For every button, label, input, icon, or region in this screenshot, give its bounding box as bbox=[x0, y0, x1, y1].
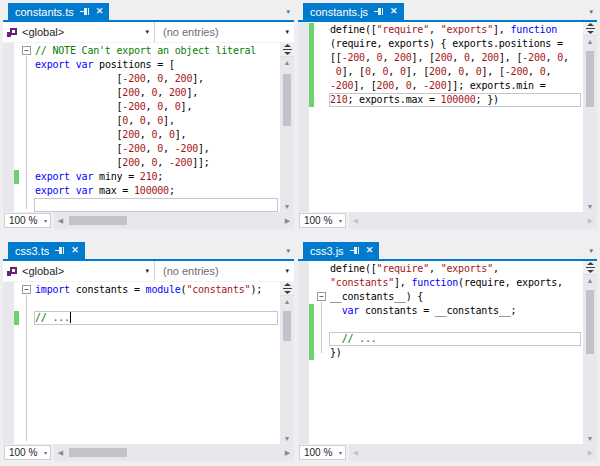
tab-list-dropdown-icon[interactable]: ▾ bbox=[589, 247, 597, 255]
pin-icon[interactable] bbox=[350, 246, 360, 255]
close-icon[interactable]: ✕ bbox=[390, 7, 398, 16]
vertical-scrollbar[interactable]: ▲▼ bbox=[280, 282, 294, 444]
tab-css3-js[interactable]: css3.js✕ bbox=[303, 242, 379, 259]
hscroll-track[interactable] bbox=[362, 448, 584, 457]
scroll-left-icon[interactable]: ◀ bbox=[54, 449, 67, 457]
code-line[interactable]: define(["require", "exports"], function bbox=[315, 23, 583, 37]
hscroll-track[interactable] bbox=[67, 448, 281, 457]
pin-icon[interactable] bbox=[80, 7, 90, 16]
code-line[interactable] bbox=[315, 318, 583, 332]
vscroll-track[interactable] bbox=[583, 47, 597, 201]
code-line[interactable]: import constants = module("constants"); bbox=[20, 283, 280, 297]
current-line[interactable]: // ... bbox=[34, 311, 278, 325]
scroll-left-icon[interactable]: ◀ bbox=[54, 217, 67, 225]
code-line[interactable]: [[-200, 0, 200], [200, 0, 200], [-200, 0… bbox=[315, 51, 583, 65]
vscroll-thumb[interactable] bbox=[283, 311, 291, 341]
code-line[interactable]: export var max = 100000; bbox=[20, 184, 280, 198]
code-line[interactable] bbox=[20, 297, 280, 311]
code-line[interactable]: define(["require", "exports", bbox=[315, 262, 583, 276]
code-line[interactable]: [200, 0, 0], bbox=[20, 128, 280, 142]
fold-toggle-icon[interactable]: − bbox=[22, 285, 31, 294]
scroll-up-icon[interactable]: ▲ bbox=[280, 296, 294, 307]
tab-list-dropdown-icon[interactable]: ▾ bbox=[589, 8, 597, 16]
horizontal-scrollbar[interactable]: ◀▶ bbox=[54, 444, 294, 461]
code-line[interactable]: // NOTE Can't export an object literal bbox=[20, 44, 280, 58]
pin-icon[interactable] bbox=[55, 246, 65, 255]
code-line[interactable]: [-200, 0, 0], bbox=[20, 100, 280, 114]
fold-toggle-icon[interactable]: − bbox=[317, 292, 326, 301]
scope-dropdown[interactable]: <global>▾ bbox=[3, 22, 155, 42]
code-line[interactable]: var constants = __constants__; bbox=[315, 304, 583, 318]
tab-constants-ts[interactable]: constants.ts✕ bbox=[8, 3, 109, 20]
scroll-right-icon[interactable]: ▶ bbox=[584, 449, 597, 457]
vertical-scrollbar[interactable]: ▲▼ bbox=[583, 261, 597, 444]
current-line[interactable] bbox=[34, 198, 278, 212]
code-line[interactable]: [0, 0, 0], bbox=[20, 114, 280, 128]
horizontal-scrollbar[interactable]: ◀▶ bbox=[349, 444, 597, 461]
code-line[interactable]: export var miny = 210; bbox=[20, 170, 280, 184]
code-line[interactable]: [200, 0, -200]]; bbox=[20, 156, 280, 170]
entries-dropdown[interactable]: (no entries)▾ bbox=[155, 22, 294, 42]
zoom-control[interactable]: 100 %▾ bbox=[299, 445, 346, 460]
pin-icon[interactable] bbox=[374, 7, 384, 16]
scroll-up-icon[interactable]: ▲ bbox=[280, 57, 294, 68]
code-line[interactable]: [-200, 0, 200], bbox=[20, 72, 280, 86]
zoom-control[interactable]: 100 %▾ bbox=[4, 213, 51, 228]
vscroll-track[interactable] bbox=[280, 68, 294, 201]
tab-css3-ts[interactable]: css3.ts✕ bbox=[8, 242, 85, 259]
code-line[interactable]: __constants__) { bbox=[315, 290, 583, 304]
code-line[interactable]: }) bbox=[315, 346, 583, 360]
vertical-scrollbar[interactable]: ▲▼ bbox=[280, 43, 294, 212]
hscroll-track[interactable] bbox=[67, 216, 281, 225]
scroll-right-icon[interactable]: ▶ bbox=[281, 449, 294, 457]
current-line[interactable]: 210; exports.max = 100000; }) bbox=[329, 93, 581, 107]
vscroll-thumb[interactable] bbox=[586, 51, 594, 107]
scroll-down-icon[interactable]: ▼ bbox=[280, 201, 294, 212]
scope-dropdown[interactable]: <global>▾ bbox=[3, 261, 155, 281]
vertical-scrollbar[interactable]: ▲▼ bbox=[583, 22, 597, 212]
scroll-up-icon[interactable]: ▲ bbox=[583, 36, 597, 47]
split-handle-icon[interactable] bbox=[583, 261, 597, 275]
hscroll-thumb[interactable] bbox=[69, 216, 127, 225]
split-handle-icon[interactable] bbox=[280, 43, 294, 57]
vscroll-thumb[interactable] bbox=[586, 290, 594, 354]
vscroll-track[interactable] bbox=[583, 286, 597, 433]
split-handle-icon[interactable] bbox=[280, 282, 294, 296]
zoom-control[interactable]: 100 %▾ bbox=[4, 445, 51, 460]
current-line[interactable]: // ... bbox=[329, 332, 581, 346]
scroll-down-icon[interactable]: ▼ bbox=[280, 433, 294, 444]
code-area[interactable]: define(["require", "exports"], function(… bbox=[315, 22, 583, 212]
code-line[interactable]: [-200, 0, -200], bbox=[20, 142, 280, 156]
scroll-up-icon[interactable]: ▲ bbox=[583, 275, 597, 286]
tab-constants-js[interactable]: constants.js✕ bbox=[303, 3, 404, 20]
code-line[interactable]: 0], [0, 0, 0], [200, 0, 0], [-200, 0, bbox=[315, 65, 583, 79]
split-handle-icon[interactable] bbox=[583, 22, 597, 36]
close-icon[interactable]: ✕ bbox=[96, 7, 104, 16]
vscroll-thumb[interactable] bbox=[283, 74, 291, 126]
entries-dropdown[interactable]: (no entries)▾ bbox=[155, 261, 294, 281]
code-area[interactable]: define(["require", "exports","constants"… bbox=[315, 261, 583, 444]
close-icon[interactable]: ✕ bbox=[71, 246, 79, 255]
code-line[interactable]: "constants"], function(require, exports, bbox=[315, 276, 583, 290]
horizontal-scrollbar[interactable]: ◀▶ bbox=[54, 212, 294, 229]
close-icon[interactable]: ✕ bbox=[366, 246, 374, 255]
tab-list-dropdown-icon[interactable]: ▾ bbox=[286, 247, 294, 255]
fold-toggle-icon[interactable]: − bbox=[22, 46, 31, 55]
scroll-right-icon[interactable]: ▶ bbox=[584, 217, 597, 225]
code-line[interactable]: export var positions = [ bbox=[20, 58, 280, 72]
vscroll-track[interactable] bbox=[280, 307, 294, 433]
tab-list-dropdown-icon[interactable]: ▾ bbox=[286, 8, 294, 16]
horizontal-scrollbar[interactable]: ◀▶ bbox=[349, 212, 597, 229]
scroll-left-icon[interactable]: ◀ bbox=[349, 449, 362, 457]
zoom-control[interactable]: 100 %▾ bbox=[299, 213, 346, 228]
hscroll-track[interactable] bbox=[362, 216, 584, 225]
scroll-down-icon[interactable]: ▼ bbox=[583, 433, 597, 444]
code-line[interactable]: -200], [200, 0, -200]]; exports.min = bbox=[315, 79, 583, 93]
hscroll-thumb[interactable] bbox=[69, 448, 127, 457]
scroll-down-icon[interactable]: ▼ bbox=[583, 201, 597, 212]
scroll-right-icon[interactable]: ▶ bbox=[281, 217, 294, 225]
code-line[interactable]: [200, 0, 200], bbox=[20, 86, 280, 100]
code-area[interactable]: // NOTE Can't export an object literal−e… bbox=[20, 43, 280, 212]
code-line[interactable]: (require, exports) { exports.positions = bbox=[315, 37, 583, 51]
code-area[interactable]: import constants = module("constants");−… bbox=[20, 282, 280, 444]
